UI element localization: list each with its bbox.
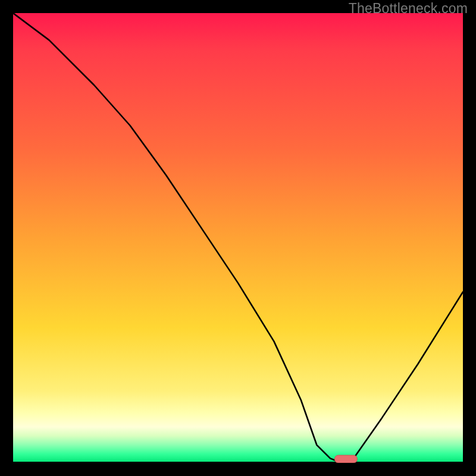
optimal-marker bbox=[335, 455, 358, 463]
chart-svg-layer bbox=[13, 13, 463, 463]
chart-frame: TheBottleneck.com bbox=[0, 0, 476, 476]
bottleneck-curve bbox=[13, 13, 463, 463]
watermark-text: TheBottleneck.com bbox=[349, 1, 468, 17]
